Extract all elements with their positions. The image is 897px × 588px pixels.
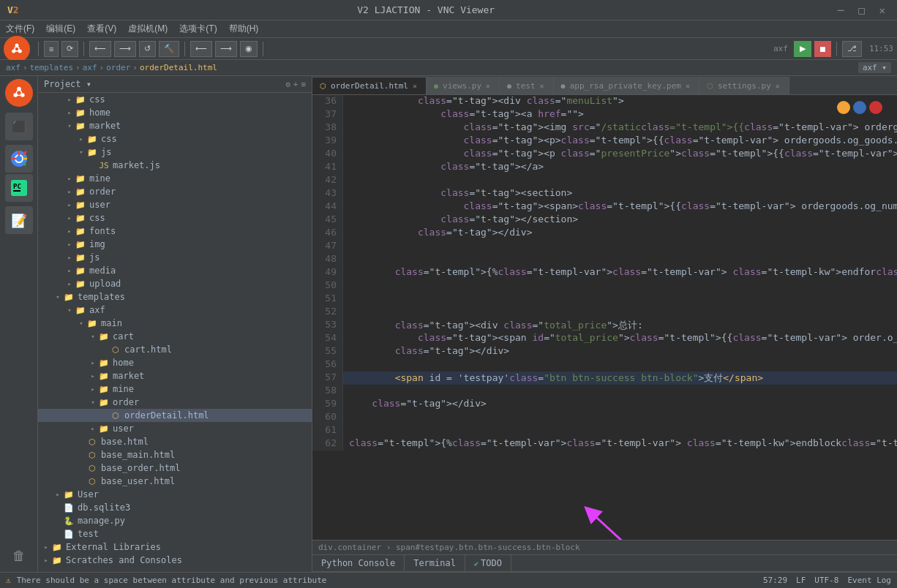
close-button[interactable]: ✕	[875, 4, 890, 16]
breadcrumb-item-2[interactable]: templates	[30, 63, 74, 72]
minimize-button[interactable]: ─	[833, 4, 848, 16]
sidebar-settings-icon[interactable]: ⚙	[285, 80, 290, 89]
tab-settings[interactable]: ⬡ settings.py ✕	[699, 77, 789, 94]
menu-vm[interactable]: 虚拟机(M)	[122, 20, 173, 37]
sidebar-item-29[interactable]: ⬡ base_user.html	[38, 475, 312, 488]
line-content-40[interactable]: class="t-tag"><p class="presentPrice">cl…	[343, 148, 897, 161]
menu-view[interactable]: 查看(V)	[81, 20, 122, 37]
toolbar-btn-6[interactable]: 🔨	[159, 41, 179, 57]
sidebar-item-3[interactable]: ▸ 📁 css	[38, 132, 312, 146]
sidebar-item-24[interactable]: ⬡ orderDetail.html	[38, 409, 312, 422]
line-content-42[interactable]	[343, 174, 897, 187]
line-content-41[interactable]: class="t-tag"></a>	[343, 161, 897, 174]
breadcrumb-item-4[interactable]: order	[106, 63, 130, 72]
line-content-51[interactable]	[343, 293, 897, 306]
sidebar-item-12[interactable]: ▸ 📁 js	[38, 251, 312, 264]
line-content-37[interactable]: class="t-tag"><a href="">	[343, 108, 897, 121]
line-content-58[interactable]	[343, 385, 897, 398]
project-selector[interactable]: axf ▾	[858, 62, 891, 73]
sidebar-add-icon[interactable]: +	[293, 80, 299, 89]
tab-todo[interactable]: ✔ TODO	[465, 555, 511, 571]
text-editor-icon[interactable]: 📝	[5, 206, 33, 234]
browser-chrome-icon[interactable]	[5, 145, 33, 173]
line-content-50[interactable]	[343, 279, 897, 293]
ubuntu-launcher-icon[interactable]	[5, 79, 33, 107]
line-content-38[interactable]: class="t-tag"><img src="/staticclass="t-…	[343, 121, 897, 135]
toolbar-btn-3[interactable]: ⟵	[89, 41, 111, 57]
sidebar-item-4[interactable]: ▾ 📁 js	[38, 146, 312, 159]
toolbar-btn-2[interactable]: ⟳	[61, 41, 78, 57]
code-editor[interactable]: 36 class="t-tag"><div class="menuList">3…	[312, 95, 897, 540]
line-content-45[interactable]: class="t-tag"></section>	[343, 214, 897, 227]
sidebar-item-15[interactable]: ▾ 📁 templates	[38, 290, 312, 304]
sidebar-item-0[interactable]: ▸ 📁 css	[38, 93, 312, 106]
tab-orderdetail[interactable]: ⬡ orderDetail.html ✕	[312, 77, 427, 94]
tab-pem[interactable]: ● app_rsa_private_key.pem ✕	[554, 77, 699, 94]
line-content-43[interactable]: class="t-tag"><section>	[343, 187, 897, 200]
event-log[interactable]: Event Log	[847, 576, 891, 585]
sidebar-item-6[interactable]: ▸ 📁 mine	[38, 172, 312, 185]
tab-close-test[interactable]: ✕	[540, 82, 544, 90]
breadcrumb-item-3[interactable]: axf	[83, 63, 97, 72]
sidebar-item-9[interactable]: ▸ 📁 css	[38, 211, 312, 225]
sidebar-item-10[interactable]: ▸ 📁 fonts	[38, 225, 312, 238]
sidebar-item-14[interactable]: ▸ 📁 upload	[38, 277, 312, 290]
line-content-56[interactable]	[343, 358, 897, 372]
sidebar-item-23[interactable]: ▾ 📁 order	[38, 396, 312, 409]
sidebar-item-5[interactable]: JS market.js	[38, 159, 312, 172]
toolbar-btn-4[interactable]: ⟶	[114, 41, 136, 57]
sidebar-item-32[interactable]: 🐍 manage.py	[38, 514, 312, 527]
sidebar-item-21[interactable]: ▸ 📁 market	[38, 369, 312, 382]
sidebar-item-16[interactable]: ▾ 📁 axf	[38, 304, 312, 317]
menu-file[interactable]: 文件(F)	[0, 20, 40, 37]
maximize-button[interactable]: □	[854, 4, 868, 16]
toolbar-btn-8[interactable]: ⟶	[215, 41, 237, 57]
line-content-46[interactable]: class="t-tag"></div>	[343, 227, 897, 240]
tab-python-console[interactable]: Python Console	[312, 555, 405, 571]
line-content-53[interactable]: class="t-tag"><div class="total_price">总…	[343, 319, 897, 332]
sidebar-item-13[interactable]: ▸ 📁 media	[38, 264, 312, 277]
sidebar-item-11[interactable]: ▸ 📁 img	[38, 238, 312, 251]
sidebar-item-26[interactable]: ⬡ base.html	[38, 435, 312, 448]
line-content-52[interactable]	[343, 306, 897, 319]
sidebar-item-31[interactable]: 📄 db.sqlite3	[38, 501, 312, 514]
toolbar-btn-7[interactable]: ⟵	[190, 41, 212, 57]
sidebar-item-27[interactable]: ⬡ base_main.html	[38, 448, 312, 461]
sidebar-item-19[interactable]: ⬡ cart.html	[38, 343, 312, 356]
sidebar-item-2[interactable]: ▾ 📁 market	[38, 119, 312, 132]
sidebar-item-17[interactable]: ▾ 📁 main	[38, 317, 312, 330]
toolbar-btn-5[interactable]: ↺	[139, 41, 156, 57]
sidebar-item-28[interactable]: ⬡ base_order.html	[38, 461, 312, 475]
sidebar-item-22[interactable]: ▸ 📁 mine	[38, 382, 312, 396]
sidebar-item-8[interactable]: ▸ 📁 user	[38, 198, 312, 211]
line-content-54[interactable]: class="t-tag"><span id="total_price">cla…	[343, 332, 897, 345]
tab-close-orderdetail[interactable]: ✕	[413, 82, 417, 90]
menu-tabs[interactable]: 选项卡(T)	[173, 20, 222, 37]
trash-icon[interactable]: 🗑	[5, 541, 33, 569]
line-content-49[interactable]: class="t-templ">{%class="t-templ-var">cl…	[343, 266, 897, 279]
toolbar-btn-9[interactable]: ◉	[240, 41, 258, 57]
toolbar-btn-1[interactable]: ≡	[44, 41, 59, 57]
tab-close-pem[interactable]: ✕	[686, 82, 690, 90]
breadcrumb-item-5[interactable]: orderDetail.html	[140, 63, 217, 72]
tab-views[interactable]: ● views.py ✕	[427, 77, 500, 94]
line-content-48[interactable]	[343, 253, 897, 266]
toolbar-vcs-btn[interactable]: ⎇	[842, 41, 862, 57]
sidebar-collapse-icon[interactable]: ≡	[301, 80, 306, 89]
line-content-44[interactable]: class="t-tag"><span>class="t-templ">{{cl…	[343, 200, 897, 214]
sidebar-item-34[interactable]: ▸ 📁 External Libraries	[38, 540, 312, 554]
line-content-55[interactable]: class="t-tag"></div>	[343, 345, 897, 358]
tab-terminal[interactable]: Terminal	[405, 555, 465, 571]
tab-close-settings[interactable]: ✕	[776, 82, 780, 90]
run-button[interactable]: ▶	[794, 41, 811, 57]
line-content-39[interactable]: class="t-tag"><p>class="t-templ">{{class…	[343, 135, 897, 148]
line-content-62[interactable]: class="t-templ">{%class="t-templ-var">cl…	[343, 437, 897, 451]
stop-button[interactable]: ⏹	[814, 41, 831, 57]
line-content-36[interactable]: class="t-tag"><div class="menuList">	[343, 95, 897, 108]
sidebar-item-25[interactable]: ▸ 📁 user	[38, 422, 312, 435]
tab-close-views[interactable]: ✕	[486, 82, 490, 90]
line-content-57[interactable]: <span id = 'testpay'class="btn btn-succe…	[343, 372, 897, 385]
line-content-59[interactable]: class="t-tag"></div>	[343, 398, 897, 411]
menu-help[interactable]: 帮助(H)	[223, 20, 265, 37]
terminal-icon[interactable]: ⬛	[5, 113, 33, 140]
